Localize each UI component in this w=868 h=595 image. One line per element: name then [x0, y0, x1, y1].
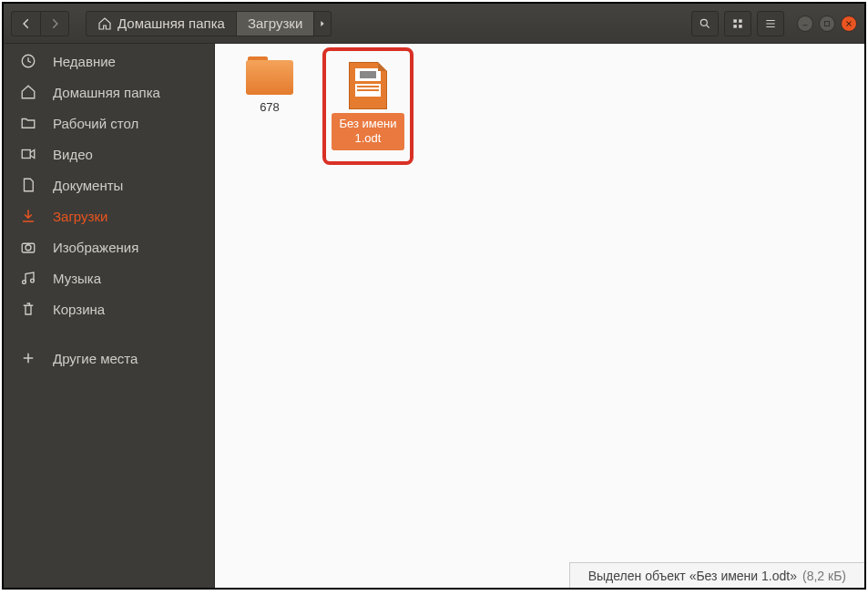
svg-rect-3 — [733, 25, 737, 28]
menu-icon — [764, 17, 777, 30]
status-text: Выделен объект «Без имени 1.odt» — [588, 569, 797, 583]
forward-button[interactable] — [40, 11, 69, 36]
close-button[interactable] — [841, 15, 857, 32]
sidebar-item-home[interactable]: Домашняя папка — [4, 77, 214, 108]
sidebar-item-pictures[interactable]: Изображения — [4, 231, 214, 262]
plus-icon — [20, 350, 36, 366]
status-size: (8,2 кБ) — [802, 569, 846, 583]
breadcrumb-home-label: Домашняя папка — [117, 15, 225, 31]
trash-icon — [20, 301, 36, 317]
status-bar: Выделен объект «Без имени 1.odt» (8,2 кБ… — [569, 562, 864, 588]
sidebar-item-label: Недавние — [53, 54, 116, 69]
nav-buttons — [11, 11, 69, 36]
triangle-right-icon — [318, 19, 327, 28]
clock-icon — [20, 53, 36, 69]
svg-rect-1 — [733, 19, 737, 23]
sidebar-item-trash[interactable]: Корзина — [4, 293, 214, 324]
svg-rect-7 — [22, 150, 30, 159]
folder-item[interactable]: 678 — [233, 56, 306, 114]
minimize-button[interactable] — [797, 15, 813, 32]
breadcrumb-current[interactable]: Загрузки — [237, 12, 314, 36]
grid-view-icon — [731, 17, 744, 30]
camera-icon — [20, 239, 36, 255]
desktop-folder-icon — [20, 115, 36, 131]
file-view[interactable]: 678 Без имени 1.odt Выделен объект «Без … — [215, 44, 864, 588]
chevron-right-icon — [48, 17, 61, 30]
search-button[interactable] — [691, 11, 719, 36]
svg-point-11 — [31, 279, 35, 282]
file-label: 678 — [260, 100, 280, 114]
home-icon — [97, 16, 112, 31]
sidebar-item-label: Документы — [53, 178, 123, 193]
view-toggle-button[interactable] — [724, 11, 751, 36]
sidebar-item-label: Корзина — [53, 302, 105, 317]
breadcrumb: Домашняя папка Загрузки — [86, 11, 332, 36]
document-icon — [20, 177, 36, 193]
download-icon — [20, 208, 36, 224]
file-item-selected[interactable]: Без имени 1.odt — [332, 56, 404, 156]
header-bar: Домашняя папка Загрузки — [4, 4, 864, 44]
svg-rect-4 — [739, 25, 742, 28]
breadcrumb-home[interactable]: Домашняя папка — [87, 12, 237, 36]
sidebar-item-label: Другие места — [53, 351, 138, 366]
video-icon — [20, 146, 36, 162]
svg-point-9 — [26, 245, 31, 251]
breadcrumb-current-label: Загрузки — [248, 15, 302, 31]
svg-rect-5 — [825, 21, 830, 26]
chevron-left-icon — [20, 17, 33, 30]
sidebar-item-label: Изображения — [53, 240, 138, 255]
sidebar-item-label: Домашняя папка — [53, 85, 160, 100]
sidebar-item-recent[interactable]: Недавние — [4, 46, 214, 77]
sidebar-item-desktop[interactable]: Рабочий стол — [4, 108, 214, 138]
music-icon — [20, 270, 36, 286]
svg-point-0 — [700, 19, 707, 26]
sidebar-item-label: Музыка — [53, 271, 101, 286]
sidebar-item-label: Загрузки — [53, 209, 107, 224]
close-icon — [844, 19, 853, 28]
maximize-icon — [822, 19, 832, 28]
sidebar-item-downloads[interactable]: Загрузки — [4, 200, 214, 231]
sidebar-item-label: Рабочий стол — [53, 116, 138, 131]
sidebar-item-other-places[interactable]: Другие места — [4, 343, 214, 374]
home-icon — [20, 84, 36, 100]
search-icon — [699, 17, 711, 30]
minimize-icon — [801, 19, 810, 28]
svg-rect-2 — [739, 19, 742, 23]
sidebar-item-label: Видео — [53, 147, 93, 162]
sidebar-item-music[interactable]: Музыка — [4, 262, 214, 293]
folder-icon — [246, 56, 293, 97]
maximize-button[interactable] — [819, 15, 835, 32]
window-controls — [797, 15, 857, 32]
sidebar-item-videos[interactable]: Видео — [4, 138, 214, 169]
sidebar: Недавние Домашняя папка Рабочий стол Вид… — [4, 44, 215, 588]
back-button[interactable] — [11, 11, 40, 36]
breadcrumb-more[interactable] — [314, 19, 331, 28]
file-label: Без имени 1.odt — [332, 113, 404, 150]
svg-point-10 — [23, 281, 26, 284]
menu-button[interactable] — [757, 11, 784, 36]
odt-document-icon — [349, 62, 387, 109]
sidebar-item-documents[interactable]: Документы — [4, 169, 214, 200]
